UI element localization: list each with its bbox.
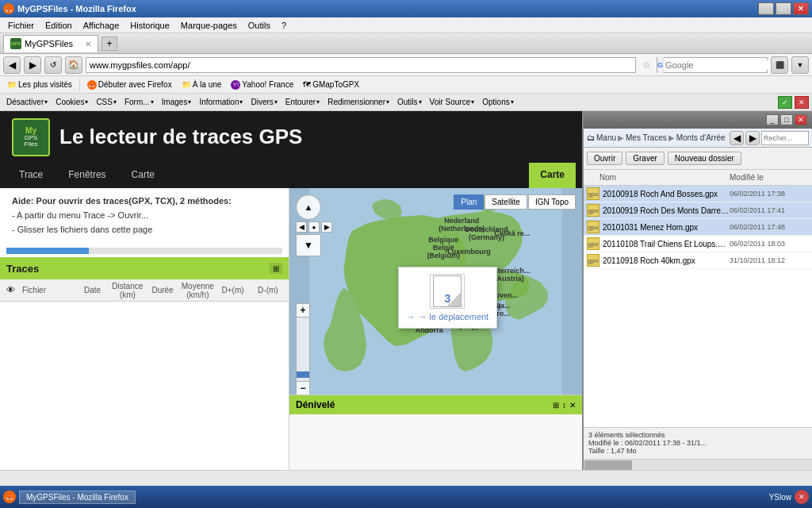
denivele-close[interactable]: ✕: [569, 401, 576, 410]
tool-options[interactable]: Options▾: [479, 97, 516, 107]
col-moyenne: Moyenne(km/h): [180, 282, 215, 299]
fe-open-btn[interactable]: Ouvrir: [587, 152, 622, 165]
denivele-expand[interactable]: ⊞: [553, 401, 559, 410]
extra-button[interactable]: ▼: [791, 56, 809, 74]
tool-outils[interactable]: Outils▾: [394, 97, 425, 107]
menu-edition[interactable]: Édition: [40, 19, 77, 32]
maximize-button[interactable]: □: [776, 2, 791, 15]
fe-scroll-thumb[interactable]: [584, 460, 632, 470]
nav-tab-trace[interactable]: Trace: [6, 163, 56, 188]
breadcrumb-icon: 🗂: [587, 133, 595, 142]
fe-graver-btn[interactable]: Graver: [626, 152, 665, 165]
tool-entourer[interactable]: Entourer▾: [282, 97, 323, 107]
file-item[interactable]: gpx 20110108 Trail Chiens Et Loups.gpx 0…: [584, 236, 812, 252]
fe-minimize[interactable]: _: [766, 114, 779, 125]
file-icon-2: gpx: [587, 221, 599, 233]
close-button[interactable]: ✕: [793, 2, 809, 15]
map-left-btn[interactable]: ◀: [296, 221, 307, 233]
fe-back-btn[interactable]: ◀: [730, 131, 744, 145]
menu-help[interactable]: ?: [277, 19, 291, 32]
denivele-maximize[interactable]: ↕: [562, 401, 566, 410]
home-button[interactable]: 🏠: [65, 56, 82, 74]
link-icon: 🗺: [303, 80, 311, 89]
menu-historique[interactable]: Historique: [125, 19, 174, 32]
map-right-btn[interactable]: ▶: [321, 221, 332, 233]
folder-icon: 📁: [7, 80, 17, 89]
menu-outils[interactable]: Outils: [243, 19, 275, 32]
nav-tab-fenetres[interactable]: Fenêtres: [56, 163, 118, 188]
nav-active-carte[interactable]: Carte: [529, 163, 576, 188]
file-item[interactable]: gpx 20101031 Menez Hom.gpx 06/02/2011 17…: [584, 219, 812, 236]
file-name-4: 20110918 Roch 40km.gpx: [603, 256, 730, 265]
tab-close[interactable]: ✕: [85, 40, 91, 48]
fe-new-folder-btn[interactable]: Nouveau dossier: [668, 152, 741, 165]
zoom-out-button[interactable]: −: [296, 381, 310, 394]
bookmark-a-la-une[interactable]: 📁 À la une: [178, 79, 226, 90]
map-type-buttons: Plan Satellite IGN Topo: [454, 194, 576, 210]
breadcrumb-mes-traces[interactable]: Mes Traces: [626, 133, 667, 142]
file-item[interactable]: gpx 20100919 Roch Des Monts Darree. Mix …: [584, 202, 812, 219]
tool-redimensionner[interactable]: Redimensionner▾: [324, 97, 393, 107]
fe-scrollbar-h[interactable]: [584, 459, 812, 470]
fe-fwd-btn[interactable]: ▶: [745, 131, 760, 145]
forward-button[interactable]: ▶: [24, 56, 41, 74]
map-type-satellite[interactable]: Satellite: [485, 194, 527, 210]
bookmark-firefox[interactable]: 🦊 Débuter avec Firefox: [83, 79, 176, 91]
menu-fichier[interactable]: Fichier: [3, 19, 39, 32]
help-method2: - Glisser les fichiers dans cette page: [12, 223, 277, 237]
bookmark-yahoo[interactable]: Y! Yahoo! France: [227, 79, 297, 91]
map-type-plan[interactable]: Plan: [454, 194, 484, 210]
tool-form[interactable]: Form...▾: [121, 97, 157, 107]
map-label-czech: Česká re...: [494, 229, 530, 237]
tool-css[interactable]: CSS▾: [93, 97, 120, 107]
back-button[interactable]: ◀: [3, 56, 21, 74]
compass-down[interactable]: ▼: [296, 234, 321, 256]
search-box: G 🔍: [657, 57, 768, 73]
denivele-content: [289, 414, 582, 470]
traces-expand-btn[interactable]: ⊞: [270, 263, 282, 274]
tool-information[interactable]: Information▾: [196, 97, 246, 107]
separator: [79, 79, 80, 91]
search-input[interactable]: [664, 60, 776, 70]
tool-cookies[interactable]: Cookies▾: [52, 97, 91, 107]
tool-images[interactable]: Images▾: [159, 97, 195, 107]
map-label-luxembourg: Luxembourg: [447, 248, 491, 256]
file-item[interactable]: gpx 20100918 Roch And Bosses.gpx 06/02/2…: [584, 186, 812, 202]
menu-marque-pages[interactable]: Marque-pages: [176, 19, 242, 32]
browser-tab-mygpsfiles[interactable]: GPS MyGPSFiles ✕: [3, 35, 98, 52]
nav-tab-carte[interactable]: Carte: [119, 163, 167, 188]
minimize-button[interactable]: _: [758, 2, 774, 15]
fe-search-input[interactable]: [761, 131, 809, 145]
invalid-btn[interactable]: ✕: [795, 96, 809, 109]
fe-close[interactable]: ✕: [795, 114, 807, 125]
new-tab-button[interactable]: +: [102, 37, 117, 51]
tab-icon: GPS: [10, 38, 21, 49]
taskbar-close-btn[interactable]: ✕: [795, 490, 809, 504]
menu-affichage[interactable]: Affichage: [79, 19, 124, 32]
full-screen-button[interactable]: ⬛: [771, 56, 788, 74]
map-container[interactable]: Nederland(Netherlands) BelgiqueBelgië(Be…: [289, 188, 582, 394]
file-date-0: 06/02/2011 17:38: [730, 190, 809, 198]
reload-button[interactable]: ↺: [44, 56, 62, 74]
bookmark-gmaptogpx[interactable]: 🗺 GMapToGPX: [299, 79, 363, 90]
file-item[interactable]: gpx 20110918 Roch 40km.gpx 31/10/2011 18…: [584, 252, 812, 269]
tool-divers[interactable]: Divers▾: [247, 97, 280, 107]
map-popup-link[interactable]: → → le déplacement: [407, 312, 489, 321]
zoom-handle[interactable]: [297, 371, 309, 378]
bookmark-star[interactable]: ☆: [639, 58, 653, 72]
zoom-in-button[interactable]: +: [296, 303, 310, 318]
map-type-ign[interactable]: IGN Topo: [528, 194, 576, 210]
fe-maximize[interactable]: □: [780, 114, 793, 125]
bookmark-most-visited[interactable]: 📁 Les plus visités: [3, 79, 76, 90]
main-content: My GPS Files Le lecteur de traces GPS Tr…: [0, 111, 812, 470]
url-input[interactable]: [86, 57, 636, 73]
map-nav-controls: ▲ ◀ ● ▶ ▼: [296, 194, 332, 256]
breadcrumb-monts[interactable]: Monts d'Arrée: [676, 133, 726, 142]
breadcrumb-manu[interactable]: Manu: [596, 133, 616, 142]
compass-up[interactable]: ▲: [296, 194, 321, 220]
taskbar-browser-item[interactable]: MyGPSFiles - Mozilla Firefox: [19, 491, 136, 504]
tool-desactiver[interactable]: Désactiver▾: [3, 97, 51, 107]
tool-voir-source[interactable]: Voir Source▾: [427, 97, 478, 107]
map-center-btn[interactable]: ●: [308, 221, 320, 233]
valid-btn[interactable]: ✓: [778, 96, 792, 109]
